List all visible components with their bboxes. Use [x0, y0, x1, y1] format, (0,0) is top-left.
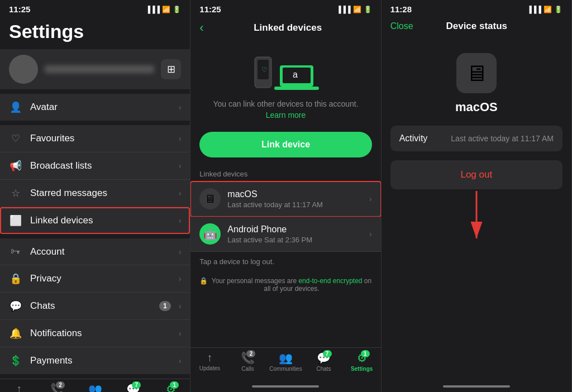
device-status-nav: Close Device status	[382, 16, 571, 36]
chats-tab-label-2: Chats	[316, 366, 331, 372]
screen3-device-status: 11:28 ▐▐▐ 📶 🔋 Close Device status 🖥 macO…	[382, 0, 572, 392]
tap-hint: Tap a device to log out.	[190, 252, 380, 271]
linked-devices-nav-title: Linked devices	[204, 22, 372, 34]
activity-row: Activity Last active today at 11:17 AM	[390, 126, 563, 151]
broadcast-icon: 📢	[9, 160, 22, 172]
settings-item-notifications[interactable]: 🔔 Notifications ›	[0, 320, 190, 347]
tab-calls-2[interactable]: 2 📞 Calls	[228, 351, 266, 372]
updates-icon: ↑	[16, 383, 22, 392]
macos-chevron: ›	[369, 194, 372, 203]
chevron-icon: ›	[179, 161, 182, 170]
finder-icon: 🖥	[465, 61, 488, 86]
android-device-name: Android Phone	[227, 224, 363, 235]
device-status-content: 🖥 macOS Activity Last active today at 11…	[382, 36, 571, 200]
tab-communities-2[interactable]: 👥 Communities	[266, 351, 304, 372]
close-button[interactable]: Close	[390, 21, 413, 31]
calls-badge: 2	[56, 381, 65, 389]
status-bar-3: 11:28 ▐▐▐ 📶 🔋	[382, 0, 571, 16]
settings-item-payments[interactable]: 💲 Payments ›	[0, 347, 190, 374]
status-time-3: 11:28	[390, 4, 412, 14]
updates-icon-2: ↑	[207, 351, 212, 364]
settings-badge-2: 1	[361, 350, 370, 357]
back-button[interactable]: ‹	[199, 21, 203, 35]
calls-label-2: Calls	[241, 366, 254, 372]
macos-device-item[interactable]: 🖥 macOS Last active today at 11:17 AM ›	[190, 181, 380, 217]
settings-item-privacy[interactable]: 🔒 Privacy ›	[0, 265, 190, 293]
screen1-settings: 11:25 ▐▐▐ 📶 🔋 Settings ⊞ 👤 Avatar › ♡ Fa…	[0, 0, 190, 392]
settings-section-avatar: 👤 Avatar ›	[0, 94, 190, 121]
lock-icon: 🔒	[199, 277, 208, 285]
activity-value: Last active today at 11:17 AM	[451, 134, 554, 143]
profile-name	[45, 65, 154, 73]
profile-row[interactable]: ⊞	[0, 49, 190, 89]
wifi-icon: 📶	[353, 6, 361, 13]
tab-chats-2[interactable]: 7 💬 Chats	[305, 351, 343, 372]
e2e-link[interactable]: end-to-end encrypted	[298, 277, 362, 285]
tab-communities[interactable]: 👥 Communities	[76, 383, 114, 392]
tab-settings[interactable]: 1 ⚙ Settings	[152, 383, 190, 392]
linked-devices-illustration: ♡ a	[249, 49, 322, 99]
calls-badge-2: 2	[246, 350, 255, 357]
settings-item-avatar[interactable]: 👤 Avatar ›	[0, 94, 190, 121]
page-title: Settings	[0, 16, 190, 49]
link-device-button[interactable]: Link device	[199, 132, 371, 157]
signal-icon: ▐▐▐	[336, 6, 351, 13]
hero-text: You can link other devices to this accou…	[213, 99, 358, 121]
android-last-active: Last active Sat at 2:36 PM	[227, 236, 363, 244]
battery-icon: 🔋	[364, 6, 372, 13]
avatar	[9, 55, 38, 84]
chats-tab-badge: 7	[132, 381, 141, 389]
settings-item-chats[interactable]: 💬 Chats 1 ›	[0, 293, 190, 320]
tab-updates[interactable]: ↑ Updates	[0, 383, 38, 392]
settings-badge: 1	[170, 381, 179, 389]
linked-hero: ♡ a You can link other devices to this a…	[190, 40, 380, 125]
chevron-icon: ›	[179, 134, 182, 143]
device-title: macOS	[455, 100, 498, 114]
linked-devices-label: Linked devices	[30, 215, 171, 226]
settings-label-2: Settings	[351, 366, 373, 372]
wifi-icon-3: 📶	[544, 6, 552, 13]
updates-label-2: Updates	[199, 365, 220, 371]
tab-bar-1: ↑ Updates 2 📞 Calls 👥 Communities 7 💬 Ch…	[0, 379, 190, 392]
macos-device-icon: 🖥	[199, 188, 221, 209]
battery-icon-3: 🔋	[554, 6, 563, 13]
home-indicator-2	[252, 385, 319, 388]
settings-item-starred[interactable]: ☆ Starred messages ›	[0, 180, 190, 207]
avatar-label: Avatar	[30, 102, 171, 113]
status-icons-2: ▐▐▐ 📶 🔋	[336, 6, 372, 13]
linked-devices-icon: ⬜	[9, 214, 22, 227]
battery-icon: 🔋	[173, 6, 181, 13]
e2e-note: 🔒 Your personal messages are end-to-end …	[190, 271, 380, 298]
logout-button[interactable]: Log out	[390, 160, 563, 189]
svg-text:♡: ♡	[261, 66, 268, 74]
macos-device-name: macOS	[227, 189, 363, 199]
android-device-info: Android Phone Last active Sat at 2:36 PM	[227, 224, 363, 244]
settings-item-broadcast[interactable]: 📢 Broadcast lists ›	[0, 152, 190, 180]
status-time-1: 11:25	[9, 4, 30, 14]
settings-item-linked-devices[interactable]: ⬜ Linked devices ›	[0, 207, 190, 234]
macos-device-info: macOS Last active today at 11:17 AM	[227, 189, 363, 209]
qr-code-button[interactable]: ⊞	[161, 59, 181, 79]
logout-btn-wrap: Log out	[390, 160, 563, 189]
settings-item-favourites[interactable]: ♡ Favourites ›	[0, 125, 190, 152]
learn-more-link[interactable]: Learn more	[266, 111, 306, 119]
signal-icon: ▐▐▐	[146, 6, 160, 13]
macos-last-active: Last active today at 11:17 AM	[227, 200, 363, 209]
macos-icon: 🖥	[204, 193, 216, 205]
home-indicator-3	[443, 385, 510, 388]
notifications-label: Notifications	[30, 328, 171, 339]
android-device-icon: 🤖	[199, 223, 221, 245]
status-bar-1: 11:25 ▐▐▐ 📶 🔋	[0, 0, 190, 16]
tab-settings-2[interactable]: 1 ⚙ Settings	[343, 351, 381, 372]
settings-item-account[interactable]: 🗝 Account ›	[0, 238, 190, 265]
chevron-icon: ›	[179, 274, 182, 283]
tab-chats[interactable]: 7 💬 Chats	[114, 383, 152, 392]
tab-calls[interactable]: 2 📞 Calls	[38, 383, 76, 392]
starred-label: Starred messages	[30, 188, 171, 199]
svg-rect-5	[274, 87, 319, 90]
chevron-icon: ›	[179, 247, 182, 256]
android-device-item[interactable]: 🤖 Android Phone Last active Sat at 2:36 …	[190, 217, 380, 252]
linked-section-header: Linked devices	[190, 164, 380, 181]
tab-updates-2[interactable]: ↑ Updates	[190, 351, 228, 372]
activity-label: Activity	[399, 133, 428, 144]
